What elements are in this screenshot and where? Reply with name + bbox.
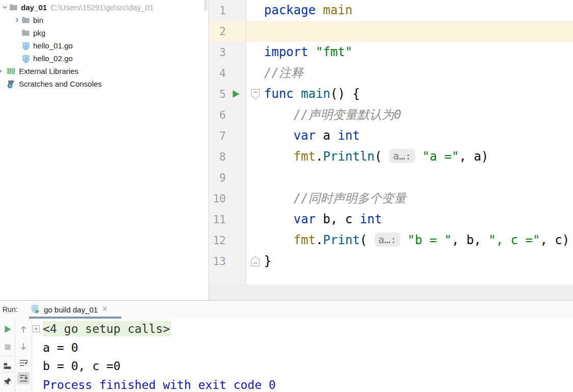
clear-all-button[interactable] (17, 390, 30, 392)
editor-line-5[interactable]: 5func main() { (209, 84, 573, 104)
fold-slot (246, 0, 264, 21)
editor-line-3[interactable]: 3import "fmt" (209, 42, 573, 63)
fold-slot (246, 251, 264, 272)
project-path: C:\Users\15291\go\src\day_01 (50, 3, 154, 12)
chevron-spacer (13, 42, 21, 49)
token-cmt: //同时声明多个变量 (294, 191, 406, 205)
code-text (264, 167, 573, 188)
soft-wrap-icon (19, 358, 28, 368)
tree-item-day_01[interactable]: day_01C:\Users\15291\go\src\day_01 (0, 1, 209, 14)
editor-line-7[interactable]: 7 var a int (209, 125, 573, 146)
chevron-right-icon[interactable] (13, 16, 21, 24)
fold-slot (246, 125, 264, 146)
line-number: 1 (209, 5, 226, 17)
rerun-button[interactable] (2, 323, 14, 335)
tree-item-hello_02-go[interactable]: hello_02.go (0, 52, 209, 65)
editor-line-13[interactable]: 13} (209, 251, 573, 272)
next-occurrence-button[interactable] (17, 341, 30, 353)
parameter-hint: a…: (375, 232, 400, 247)
token-str: "fmt" (316, 45, 352, 59)
stop-button[interactable] (2, 341, 14, 353)
code-text: fmt.Println( a…: "a =", a) (264, 146, 573, 167)
tree-item-scratches-and-consoles[interactable]: Scratches and Consoles (0, 77, 209, 90)
editor-line-4[interactable]: 4//注释 (209, 63, 573, 84)
fold-slot (246, 42, 264, 63)
editor-line-12[interactable]: 12 fmt.Print( a…: "b = ", b, ", c =", c) (209, 230, 573, 251)
console-line: Process finished with exit code 0 (32, 376, 573, 392)
token-pkg: main (323, 3, 353, 17)
fold-open-icon[interactable] (250, 88, 261, 100)
expand-fold-icon[interactable] (33, 325, 40, 332)
prev-occurrence-button[interactable] (17, 323, 30, 335)
console-text-stdout: a = 0 (43, 341, 78, 354)
console-output[interactable]: <4 go setup calls>a = 0b = 0, c =0Proces… (32, 319, 573, 392)
chevron-spacer (13, 55, 21, 62)
chevron-right-icon[interactable] (0, 67, 4, 75)
tree-item-bin[interactable]: bin (0, 14, 209, 27)
editor-line-10[interactable]: 10 //同时声明多个变量 (209, 188, 573, 209)
go-file-icon (21, 41, 31, 50)
code-text: //同时声明多个变量 (264, 188, 573, 209)
editor-line-8[interactable]: 8 fmt.Println( a…: "a =", a) (209, 146, 573, 167)
editor-line-6[interactable]: 6 //声明变量默认为0 (209, 104, 573, 125)
tree-item-pkg[interactable]: pkg (0, 27, 209, 39)
soft-wrap-button[interactable] (17, 357, 30, 369)
project-scrollbar-thumb[interactable] (204, 0, 207, 11)
code-text: fmt.Print( a…: "b = ", b, ", c =", c) (264, 230, 573, 251)
fold-slot (246, 167, 264, 188)
run-label: Run: (3, 305, 18, 313)
fold-slot (246, 188, 264, 209)
library-icon (7, 67, 16, 75)
gutter: 8 (209, 146, 246, 167)
fold-slot (246, 63, 264, 84)
go-file-icon (21, 54, 31, 63)
code-editor[interactable]: 1package main23import "fmt"4//注释5func ma… (209, 0, 573, 284)
tree-item-label: day_01 (21, 3, 47, 12)
run-toolbar (0, 319, 15, 392)
project-panel[interactable]: day_01C:\Users\15291\go\src\day_01binpkg… (0, 0, 209, 300)
chevron-down-icon[interactable] (1, 4, 9, 11)
tree-item-hello_01-go[interactable]: hello_01.go (0, 39, 209, 52)
token-cmt: //注释 (264, 66, 303, 80)
line-number: 13 (209, 255, 226, 268)
scroll-to-end-button[interactable] (17, 372, 30, 384)
token-pl (400, 233, 407, 247)
code-text: //声明变量默认为0 (264, 104, 573, 125)
folder-icon (9, 3, 18, 12)
token-kw: func (264, 87, 294, 101)
run-tab[interactable]: go build day_01 (28, 302, 111, 317)
gutter-filler (209, 272, 573, 284)
token-fn: Print (323, 233, 360, 247)
tree-item-label: hello_02.go (33, 54, 73, 63)
console-text-folded: <4 go setup calls> (43, 321, 171, 336)
editor-line-11[interactable]: 11 var b, c int (209, 209, 573, 230)
editor-line-2[interactable]: 2 (209, 21, 573, 42)
gutter: 3 (209, 42, 246, 63)
fold-slot (246, 104, 264, 125)
toolbar-separator (2, 356, 13, 356)
token-pkg: fmt (294, 149, 316, 164)
pin-tab-button[interactable] (2, 375, 14, 387)
tab-underline (29, 317, 121, 319)
editor-line-1[interactable]: 1package main (209, 0, 573, 21)
editor-lines: 1package main23import "fmt"4//注释5func ma… (209, 0, 573, 284)
gutter: 1 (209, 0, 246, 21)
gutter: 5 (209, 84, 246, 104)
token-str: ", c =" (488, 233, 540, 247)
token-pl (264, 128, 294, 143)
editor-line-9[interactable]: 9 (209, 167, 573, 188)
restore-layout-button[interactable] (2, 359, 14, 372)
console-line: <4 go setup calls> (32, 320, 573, 338)
console-line: b = 0, c =0 (32, 357, 573, 376)
line-number: 3 (209, 46, 226, 59)
console-text-stdout: b = 0, c =0 (43, 359, 120, 373)
close-icon[interactable] (101, 305, 108, 314)
fold-slot (246, 146, 264, 167)
tree-item-label: External Libraries (19, 67, 79, 75)
chevron-spacer (13, 29, 21, 37)
tree-item-external-libraries[interactable]: External Libraries (0, 65, 209, 77)
play-icon (3, 325, 12, 334)
run-main-icon[interactable] (231, 89, 241, 99)
fold-close-icon[interactable] (250, 255, 261, 267)
token-pl (264, 191, 294, 205)
